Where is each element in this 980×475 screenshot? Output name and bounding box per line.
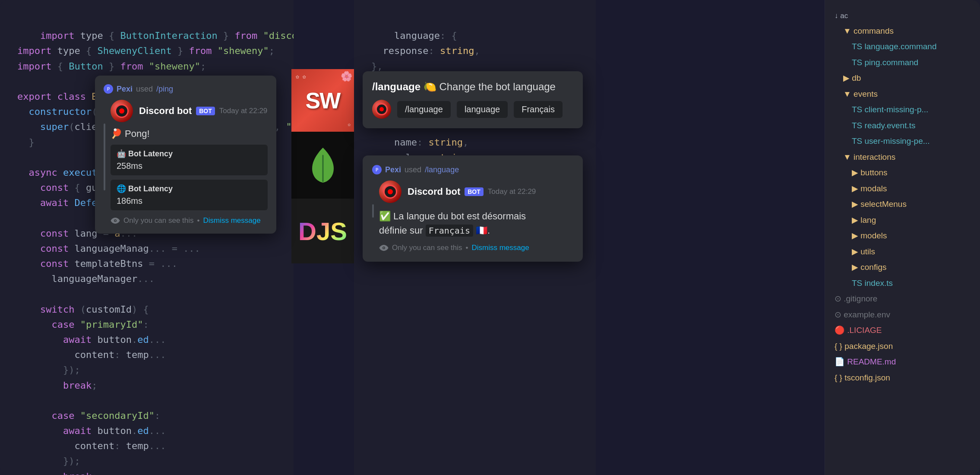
pexi-avatar-small: P bbox=[104, 84, 113, 94]
lang-eye-icon bbox=[379, 244, 389, 251]
sidebar-item-tsconfig[interactable]: { } tsconfig.json bbox=[831, 370, 974, 386]
ping-message-body: Discord bot BOT Today at 22:29 🏓 Pong! 🤖… bbox=[104, 100, 268, 225]
sw-image: 🌸 SW ✿ ✿ ✿ bbox=[291, 69, 354, 132]
ping-field-1-value: 258ms bbox=[117, 161, 262, 171]
sidebar: ↓ ac ▼ commands TS language.command TS p… bbox=[825, 0, 980, 475]
sidebar-item-configs[interactable]: ▶ configs bbox=[848, 260, 974, 276]
ping-bot-avatar-inner bbox=[115, 104, 129, 118]
sidebar-item-gitignore[interactable]: ⊙ .gitignore bbox=[831, 291, 974, 307]
ping-bot-name-row: Discord bot BOT Today at 22:29 bbox=[139, 105, 267, 117]
language-cmd-panel: /language 🍋 Change the bot language /lan… bbox=[363, 71, 583, 128]
ping-bot-name: Discord bot bbox=[139, 105, 192, 117]
lang-bot-avatar bbox=[379, 180, 401, 203]
language-bot-avatar bbox=[372, 100, 391, 119]
ping-field-2-name: 🌐 Bot Latency bbox=[117, 184, 262, 193]
sidebar-item-ready-event[interactable]: TS ready.event.ts bbox=[848, 118, 974, 134]
lang-used-text: used bbox=[405, 165, 421, 174]
ping-command-name: /ping bbox=[156, 85, 173, 94]
ping-bot-badge: BOT bbox=[196, 107, 215, 115]
djs-text: DJS bbox=[298, 217, 347, 246]
lang-bot-badge: BOT bbox=[465, 187, 484, 196]
ping-used-command: P Pexi used /ping bbox=[104, 84, 268, 94]
lang-separator: • bbox=[466, 244, 468, 252]
sidebar-item-models[interactable]: ▶ models bbox=[848, 228, 974, 244]
ping-eye-icon bbox=[111, 217, 120, 224]
sidebar-item-buttons[interactable]: ▶ buttons bbox=[848, 165, 974, 181]
ping-separator: • bbox=[197, 216, 200, 225]
language-slash-cmd: /language bbox=[372, 81, 420, 92]
sidebar-item-readme[interactable]: 📄 README.md bbox=[831, 354, 974, 370]
sidebar-item-lang[interactable]: ▶ lang bbox=[848, 212, 974, 228]
ping-bot-time: Today at 22:29 bbox=[219, 107, 268, 115]
sidebar-item-client-missing[interactable]: TS client-missing-p... bbox=[848, 102, 974, 118]
sidebar-item-utils[interactable]: ▶ utils bbox=[848, 244, 974, 260]
lang-ephemeral-footer: Only you can see this • Dismiss message bbox=[379, 244, 573, 252]
lang-dismiss-link[interactable]: Dismiss message bbox=[471, 244, 529, 252]
ping-bot-header: Discord bot BOT Today at 22:29 bbox=[111, 100, 268, 122]
ping-field-2-value: 186ms bbox=[117, 196, 262, 206]
sidebar-item-events[interactable]: ▼ events bbox=[840, 86, 974, 102]
sidebar-item-ac: ↓ ac bbox=[831, 9, 974, 23]
ping-field-2: 🌐 Bot Latency 186ms bbox=[111, 180, 268, 210]
image-strip: 🌸 SW ✿ ✿ ✿ DJS bbox=[291, 69, 354, 263]
lang-message-body: Discord bot BOT Today at 22:29 ✅ La lang… bbox=[372, 180, 573, 252]
sidebar-item-commands[interactable]: ▼ commands bbox=[840, 23, 974, 39]
lang-username: Pexi bbox=[385, 165, 401, 174]
ping-bot-avatar bbox=[111, 100, 133, 122]
lang-bot-name-row: Discord bot BOT Today at 22:29 bbox=[408, 186, 536, 197]
language-bot-avatar-inner bbox=[376, 103, 388, 115]
ping-used-text: used bbox=[136, 85, 153, 94]
language-field-value: Français bbox=[514, 101, 563, 118]
sidebar-item-ping-cmd[interactable]: TS ping.command bbox=[848, 55, 974, 71]
lang-code-value: Français bbox=[426, 225, 473, 237]
sidebar-item-licence[interactable]: 🔴 .LICIAGE bbox=[831, 323, 974, 339]
ping-bot-avatar-dot bbox=[119, 108, 124, 114]
language-cmd-header: /language 🍋 Change the bot language bbox=[372, 81, 573, 93]
mongo-image bbox=[291, 132, 354, 199]
sidebar-item-interactions[interactable]: ▼ interactions bbox=[840, 149, 974, 165]
language-result-panel: P Pexi used /language Discord bot BOT To… bbox=[363, 155, 583, 262]
sidebar-item-language-cmd[interactable]: TS language.command bbox=[848, 39, 974, 55]
ping-username: Pexi bbox=[117, 85, 133, 94]
lang-slash-bar bbox=[372, 204, 374, 218]
language-cmd-emoji: 🍋 bbox=[424, 81, 439, 92]
lang-result-text: ✅ La langue du bot est désormais définie… bbox=[379, 209, 573, 238]
language-cmd-desc: Change the bot language bbox=[439, 81, 556, 92]
lang-bot-avatar-inner bbox=[383, 185, 397, 199]
ping-field-1: 🤖 Bot Latency 258ms bbox=[111, 145, 268, 175]
pong-text: 🏓 Pong! bbox=[111, 128, 268, 139]
lang-command-name: /language bbox=[425, 165, 459, 174]
lang-bot-header: Discord bot BOT Today at 22:29 bbox=[379, 180, 573, 203]
sidebar-item-example-env[interactable]: ⊙ example.env bbox=[831, 307, 974, 323]
lang-bot-avatar-dot bbox=[388, 189, 393, 194]
language-field-command: /language bbox=[397, 101, 451, 118]
djs-image: DJS bbox=[291, 199, 354, 263]
lang-ephemeral-text: Only you can see this bbox=[392, 244, 462, 252]
ping-chat-panel: P Pexi used /ping Discord bot BOT Today … bbox=[95, 76, 276, 234]
lang-bot-name: Discord bot bbox=[408, 186, 460, 197]
ping-ephemeral-text: Only you can see this bbox=[123, 216, 194, 225]
sidebar-item-db[interactable]: ▶ db bbox=[840, 70, 974, 86]
language-bot-avatar-dot bbox=[379, 107, 384, 111]
main-container: import type { ButtonInteraction } from "… bbox=[0, 0, 980, 475]
mongo-leaf-icon bbox=[310, 147, 336, 184]
lang-flag: 🇫🇷 bbox=[476, 225, 487, 236]
lang-used-command: P Pexi used /language bbox=[372, 165, 573, 174]
ping-ephemeral-footer: Only you can see this • Dismiss message bbox=[111, 216, 268, 225]
ping-dismiss-link[interactable]: Dismiss message bbox=[203, 216, 260, 225]
sidebar-item-selectmenus[interactable]: ▶ selectMenus bbox=[848, 196, 974, 212]
ping-slash-bar bbox=[104, 124, 105, 190]
svg-point-1 bbox=[115, 220, 116, 222]
pexi-avatar-small-2: P bbox=[372, 165, 382, 174]
sidebar-item-user-missing[interactable]: TS user-missing-pe... bbox=[848, 133, 974, 149]
sw-text: SW bbox=[306, 88, 340, 114]
lang-bot-time: Today at 22:29 bbox=[488, 187, 536, 196]
language-cmd-fields: /language language Français bbox=[372, 100, 573, 119]
language-field-lang: language bbox=[457, 101, 508, 118]
code-panel-left: import type { ButtonInteraction } from "… bbox=[0, 0, 294, 475]
svg-point-3 bbox=[383, 247, 385, 249]
sidebar-item-package-json[interactable]: { } package.json bbox=[831, 339, 974, 355]
sidebar-item-index-ts[interactable]: TS index.ts bbox=[848, 276, 974, 291]
ping-field-1-name: 🤖 Bot Latency bbox=[117, 149, 262, 158]
sidebar-item-modals[interactable]: ▶ modals bbox=[848, 181, 974, 197]
